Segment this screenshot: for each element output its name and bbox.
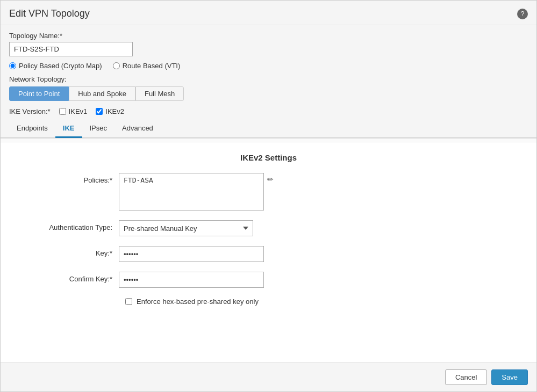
route-based-option[interactable]: Route Based (VTI) — [113, 62, 181, 70]
route-based-label: Route Based (VTI) — [123, 62, 181, 70]
scroll-hint — [1, 139, 536, 142]
auth-type-label: Authentication Type: — [33, 220, 119, 231]
dialog-header: Edit VPN Topology ? — [1, 1, 536, 25]
tab-ipsec[interactable]: IPsec — [82, 120, 115, 138]
ikev2-option[interactable]: IKEv2 — [96, 107, 124, 115]
key-row: Key:* — [33, 246, 504, 262]
dialog-title: Edit VPN Topology — [9, 8, 90, 19]
auth-type-control: Pre-shared Manual Key Certificate Pre-sh… — [119, 220, 504, 236]
policy-based-label: Policy Based (Crypto Map) — [19, 62, 102, 70]
ikev2-checkbox[interactable] — [96, 108, 103, 115]
route-based-radio[interactable] — [113, 62, 120, 69]
confirm-key-control — [119, 272, 504, 288]
ikev2-label: IKEv2 — [105, 107, 124, 115]
tab-ike[interactable]: IKE — [55, 120, 82, 138]
top-form-section: Topology Name:* Policy Based (Crypto Map… — [1, 25, 536, 120]
content-inner: IKEv2 Settings Policies:* FTD-ASA ✏ Auth… — [1, 142, 536, 316]
key-label: Key:* — [33, 246, 119, 257]
edit-vpn-topology-dialog: Edit VPN Topology ? Topology Name:* Poli… — [0, 0, 537, 392]
policy-based-radio[interactable] — [9, 62, 16, 69]
network-topology-label: Network Topology: — [9, 75, 528, 83]
key-input[interactable] — [119, 246, 264, 262]
ike-version-row: IKE Version:* IKEv1 IKEv2 — [9, 107, 528, 115]
key-control — [119, 246, 504, 262]
help-icon[interactable]: ? — [517, 9, 528, 19]
enforce-hex-row: Enforce hex-based pre-shared key only — [125, 297, 504, 306]
topology-name-label: Topology Name:* — [9, 32, 528, 40]
hub-and-spoke-btn[interactable]: Hub and Spoke — [69, 86, 135, 101]
policies-textarea[interactable]: FTD-ASA — [119, 173, 264, 210]
policies-label: Policies:* — [33, 173, 119, 184]
confirm-key-label: Confirm Key:* — [33, 272, 119, 283]
auth-type-row: Authentication Type: Pre-shared Manual K… — [33, 220, 504, 236]
tab-advanced[interactable]: Advanced — [114, 120, 161, 138]
confirm-key-row: Confirm Key:* — [33, 272, 504, 288]
policies-control: FTD-ASA ✏ — [119, 173, 504, 210]
save-button[interactable]: Save — [491, 369, 528, 385]
enforce-hex-label: Enforce hex-based pre-shared key only — [137, 297, 259, 306]
full-mesh-btn[interactable]: Full Mesh — [135, 86, 184, 101]
auth-type-select[interactable]: Pre-shared Manual Key Certificate Pre-sh… — [119, 220, 253, 236]
dialog-footer: Cancel Save — [1, 362, 536, 391]
topology-name-row — [9, 42, 528, 56]
point-to-point-btn[interactable]: Point to Point — [9, 86, 69, 101]
topology-name-input[interactable] — [9, 42, 133, 56]
policies-row: Policies:* FTD-ASA ✏ — [33, 173, 504, 210]
edit-policies-icon[interactable]: ✏ — [267, 175, 274, 184]
enforce-hex-checkbox[interactable] — [125, 298, 132, 305]
content-area: IKEv2 Settings Policies:* FTD-ASA ✏ Auth… — [1, 138, 536, 362]
tabs-bar: Endpoints IKE IPsec Advanced — [1, 120, 536, 138]
tab-endpoints[interactable]: Endpoints — [9, 120, 55, 138]
topology-button-group: Point to Point Hub and Spoke Full Mesh — [9, 86, 528, 101]
ikev1-checkbox[interactable] — [59, 108, 66, 115]
ikev1-label: IKEv1 — [69, 107, 88, 115]
ikev1-option[interactable]: IKEv1 — [59, 107, 88, 115]
policy-based-option[interactable]: Policy Based (Crypto Map) — [9, 62, 102, 70]
ikev2-settings-title: IKEv2 Settings — [33, 153, 504, 162]
vpn-type-radio-group: Policy Based (Crypto Map) Route Based (V… — [9, 62, 528, 70]
cancel-button[interactable]: Cancel — [445, 369, 487, 385]
confirm-key-input[interactable] — [119, 272, 264, 288]
ike-version-label: IKE Version:* — [9, 107, 51, 115]
